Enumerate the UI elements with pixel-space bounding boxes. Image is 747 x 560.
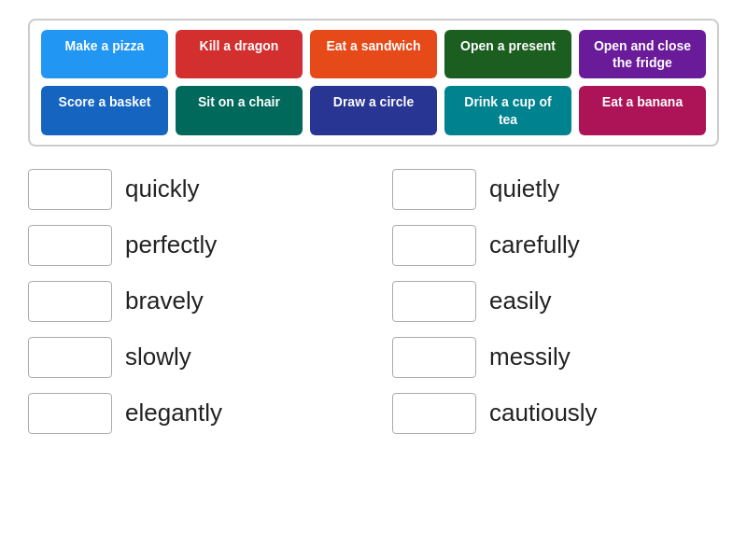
word-bank-row-2: Score a basketSit on a chairDraw a circl… xyxy=(41,86,706,134)
word-chip[interactable]: Make a pizza xyxy=(41,30,168,78)
match-drop-box[interactable] xyxy=(28,169,112,210)
match-item: quickly xyxy=(28,169,355,210)
word-chip[interactable]: Open a present xyxy=(444,30,571,78)
word-bank-row-1: Make a pizzaKill a dragonEat a sandwichO… xyxy=(41,30,706,78)
adverb-label: elegantly xyxy=(125,399,222,427)
match-column-left: quicklyperfectlybravelyslowlyelegantly xyxy=(28,169,355,434)
word-chip[interactable]: Eat a banana xyxy=(579,86,706,134)
match-item: perfectly xyxy=(28,225,355,266)
word-chip[interactable]: Kill a dragon xyxy=(176,30,303,78)
match-drop-box[interactable] xyxy=(28,393,112,434)
match-item: easily xyxy=(392,281,719,322)
adverb-label: easily xyxy=(489,287,551,315)
match-item: elegantly xyxy=(28,393,355,434)
match-item: messily xyxy=(392,337,719,378)
adverb-label: quietly xyxy=(489,175,559,203)
word-chip[interactable]: Draw a circle xyxy=(310,86,437,134)
match-item: carefully xyxy=(392,225,719,266)
match-drop-box[interactable] xyxy=(392,225,476,266)
adverb-label: bravely xyxy=(125,287,204,315)
match-area: quicklyperfectlybravelyslowlyelegantly q… xyxy=(28,169,719,434)
match-item: cautiously xyxy=(392,393,719,434)
match-item: bravely xyxy=(28,281,355,322)
word-chip[interactable]: Sit on a chair xyxy=(176,86,303,134)
match-drop-box[interactable] xyxy=(392,169,476,210)
adverb-label: messily xyxy=(489,343,571,371)
word-chip[interactable]: Open and close the fridge xyxy=(579,30,706,78)
match-drop-box[interactable] xyxy=(392,393,476,434)
word-chip[interactable]: Eat a sandwich xyxy=(310,30,437,78)
match-drop-box[interactable] xyxy=(28,337,112,378)
word-bank: Make a pizzaKill a dragonEat a sandwichO… xyxy=(28,19,719,147)
word-chip[interactable]: Score a basket xyxy=(41,86,168,134)
match-drop-box[interactable] xyxy=(392,337,476,378)
word-chip[interactable]: Drink a cup of tea xyxy=(444,86,571,134)
match-item: slowly xyxy=(28,337,355,378)
adverb-label: carefully xyxy=(489,231,580,259)
match-item: quietly xyxy=(392,169,719,210)
match-drop-box[interactable] xyxy=(28,281,112,322)
adverb-label: slowly xyxy=(125,343,191,371)
match-column-right: quietlycarefullyeasilymessilycautiously xyxy=(392,169,719,434)
adverb-label: perfectly xyxy=(125,231,217,259)
adverb-label: cautiously xyxy=(489,399,598,427)
match-drop-box[interactable] xyxy=(392,281,476,322)
match-drop-box[interactable] xyxy=(28,225,112,266)
adverb-label: quickly xyxy=(125,175,199,203)
